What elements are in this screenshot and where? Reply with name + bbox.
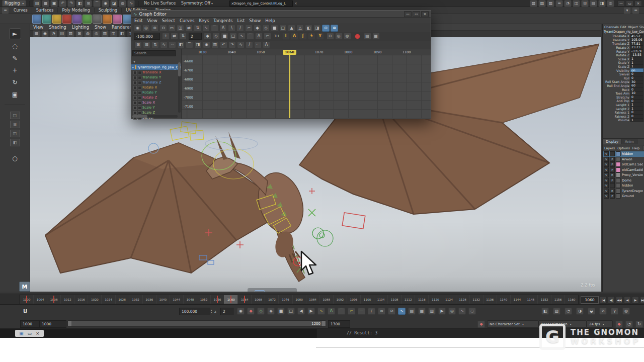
camera-attributes-icon[interactable]: ◔ — [50, 30, 57, 37]
frame-tick[interactable]: 1136 — [483, 295, 497, 304]
z-value-field[interactable]: 2 — [220, 308, 233, 315]
layer-visibility-toggle[interactable]: V — [604, 151, 609, 156]
curve-colors-icon[interactable]: ◨ — [194, 41, 202, 48]
Dome[interactable]: V P Dome — [603, 178, 644, 184]
graph-editor-menu[interactable]: Edit — [134, 18, 142, 23]
layer-visibility-toggle[interactable]: V — [604, 167, 609, 172]
oscillate-icon[interactable]: ∿ — [237, 41, 245, 48]
frame-tick[interactable]: 1140 — [497, 295, 510, 304]
layer-menu[interactable]: Help — [632, 146, 640, 150]
frame-tick[interactable]: 1084 — [306, 295, 319, 304]
step-tangents-icon[interactable]: ◆ — [254, 25, 261, 32]
exposure-icon[interactable]: ◍ — [622, 308, 630, 315]
free-tangent-weight-icon[interactable]: ◧ — [305, 25, 312, 32]
spline-tangent-icon[interactable]: ʃ — [299, 33, 307, 40]
antialias-toggle-icon[interactable]: ≋ — [599, 308, 607, 315]
step-tangent-icon[interactable]: Ι — [282, 33, 290, 40]
frame-tick[interactable]: 1024 — [101, 295, 115, 304]
search-input[interactable]: Search... — [132, 50, 176, 56]
shelf-tool-icon[interactable] — [83, 15, 92, 24]
untemplate-channel-icon[interactable]: ⌒ — [247, 33, 254, 40]
auto-tangent-icon[interactable]: / — [368, 308, 375, 315]
horizontal-scrollbar[interactable] — [132, 115, 178, 118]
bookmarks-icon[interactable]: ▤ — [58, 30, 66, 37]
shelf-tool-icon[interactable] — [52, 15, 61, 24]
hidden[interactable]: V hidden — [603, 151, 644, 157]
frame-tick[interactable]: 1096 — [347, 295, 360, 304]
absolute-view-icon[interactable]: ⊞ — [134, 41, 142, 48]
shelf-tab[interactable]: Poly Modeling — [58, 8, 94, 13]
snap-keys-icon[interactable]: ◆ — [204, 33, 211, 40]
frame-tick[interactable]: 1052 — [197, 295, 210, 304]
persp-outliner-layout-icon[interactable]: ◫ — [10, 130, 20, 137]
layer-editor-tab[interactable]: Display — [603, 139, 622, 144]
move-nearest-pick-icon[interactable]: ◉ — [134, 25, 141, 32]
mute-record-icon[interactable] — [355, 34, 360, 39]
buffer-curve-snapshot-icon[interactable]: ■ — [271, 25, 278, 32]
field-chart-icon[interactable]: ◧ — [118, 30, 126, 37]
graph-editor-plot-area[interactable]: 10301040105010601070108010901100 -6600-6… — [182, 49, 431, 119]
step-prev-key-icon[interactable]: ◀ — [297, 308, 305, 315]
step-tangent-icon[interactable]: ⌐ — [348, 308, 355, 315]
shelf-tool-icon[interactable] — [62, 15, 71, 24]
region-tool-icon[interactable]: ▭ — [168, 25, 176, 32]
mute-channel-icon[interactable]: ■ — [221, 33, 228, 40]
layer-display-type-toggle[interactable] — [610, 151, 615, 156]
Translate X[interactable]: Translate X — [131, 70, 181, 75]
hidden[interactable]: V hidden — [603, 183, 644, 189]
time-snap-icon[interactable]: ⊙ — [322, 25, 330, 32]
frame-tick[interactable]: 1028 — [115, 295, 129, 304]
channel-mute-toggle[interactable] — [133, 111, 137, 115]
frame-step-field[interactable]: 2 — [189, 33, 202, 40]
linear-extrapolation-icon[interactable]: / — [246, 41, 253, 48]
channel-box-menu[interactable]: Channels — [604, 25, 619, 29]
undo-icon[interactable]: ↶ — [59, 0, 66, 7]
channel-solo-toggle[interactable] — [138, 101, 141, 105]
Translate Z[interactable]: Translate Z — [131, 80, 181, 85]
maya-badge-icon[interactable]: M — [19, 282, 30, 292]
center-current-time-icon[interactable]: ∿ — [202, 25, 210, 32]
graph-editor-titlebar[interactable]: ∿ Graph Editor —▭× — [131, 11, 431, 18]
panel-menu[interactable]: View — [33, 25, 43, 30]
resolution-gate-icon[interactable]: ▥ — [101, 30, 109, 37]
frame-tick[interactable]: 1156 — [551, 295, 565, 304]
frame-tick[interactable]: 1092 — [333, 295, 347, 304]
hotbox-controls-icon[interactable]: ◫ — [573, 0, 580, 7]
graph-editor-menu[interactable]: Select — [162, 18, 175, 23]
layer-visibility-toggle[interactable]: V — [604, 178, 609, 183]
frame-all-icon[interactable]: ⇄ — [185, 25, 193, 32]
graph-editor-toggle-icon[interactable]: ∿ — [398, 308, 406, 315]
TyrantDragon_rig_...[interactable]: V R TyrantDragon_rig_... — [603, 189, 644, 194]
frame-tick[interactable]: 1064 — [237, 295, 251, 304]
open-dope-sheet-icon[interactable]: ▤ — [364, 33, 371, 40]
layer-visibility-toggle[interactable]: V — [604, 183, 609, 188]
close-window-icon[interactable]: × — [634, 1, 642, 7]
frame-tick[interactable]: 1080 — [292, 295, 306, 304]
frame-tick[interactable]: 1008 — [47, 295, 60, 304]
isolate-select-icon[interactable]: ◧ — [541, 308, 549, 315]
pre-cycle-icon[interactable]: ↶ — [220, 41, 227, 48]
break-tangents-icon[interactable]: ▲ — [288, 25, 295, 32]
in-view-mode-icon[interactable] — [255, 290, 265, 292]
auto-tangents-icon[interactable]: ⌒ — [211, 25, 218, 32]
layer-color-swatch[interactable] — [616, 151, 621, 156]
layer-color-swatch[interactable] — [616, 183, 621, 188]
layer-menu[interactable]: Layers — [604, 146, 615, 150]
single-pane-layout-icon[interactable]: □ — [10, 112, 20, 119]
step-back-key-button[interactable]: ◀| — [608, 296, 615, 304]
restore-window-icon[interactable]: ▭ — [626, 1, 633, 7]
time-slider-track[interactable]: 1000100410081012101610201024102810321036… — [19, 295, 579, 304]
range-start-handle[interactable] — [68, 321, 71, 326]
constant-extrapolation-icon[interactable]: ⌐ — [254, 41, 262, 48]
magnifier-zoom-icon[interactable]: ○ — [10, 153, 21, 163]
channel-mute-toggle[interactable] — [133, 81, 137, 84]
graph-editor-menu[interactable]: Tangents — [213, 18, 232, 23]
layer-color-swatch[interactable] — [616, 167, 621, 172]
frame-tick[interactable]: 1016 — [74, 295, 88, 304]
menu-set-dropdown[interactable]: Rigging ▾ — [2, 0, 26, 7]
channel-mute-toggle[interactable] — [133, 71, 137, 74]
channel-mute-toggle[interactable] — [133, 86, 137, 89]
display-values-icon[interactable]: ≈ — [169, 41, 176, 48]
shelf-menu-icon[interactable]: ≡ — [2, 7, 9, 14]
scale-tool-icon[interactable]: ▣ — [10, 89, 21, 100]
